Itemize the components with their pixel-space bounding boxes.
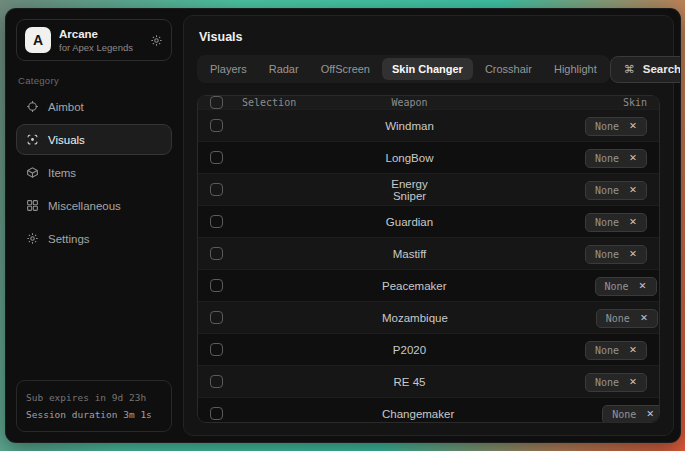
weapon-name: Mastiff [382,248,497,260]
sidebar-item-label: Miscellaneous [48,200,121,212]
weapon-name: P2020 [382,344,497,356]
brand-card: A Arcane for Apex Legends [16,19,172,61]
clear-skin-icon[interactable]: ✕ [646,409,654,419]
app-window: A Arcane for Apex Legends Category [5,8,681,443]
weapon-name: Energy Sniper [382,178,497,202]
search-button[interactable]: ⌘ Search [610,56,681,83]
grid-icon [26,199,39,212]
tab-players[interactable]: Players [200,58,257,80]
clear-skin-icon[interactable]: ✕ [629,377,637,387]
select-all-checkbox[interactable] [210,96,223,109]
row-checkbox[interactable] [210,279,223,292]
table-row: Guardian None ✕ [198,205,659,237]
skin-select[interactable]: None ✕ [602,405,660,424]
weapon-name: Changemaker [382,408,514,420]
skin-value: None [595,377,619,388]
row-checkbox[interactable] [210,311,223,324]
row-checkbox[interactable] [210,215,223,228]
table-row: Mozambique None ✕ [198,301,659,333]
app-title: Arcane [59,28,142,40]
skin-select[interactable]: None ✕ [585,245,647,264]
weapon-name: Mozambique [382,312,508,324]
row-checkbox[interactable] [210,247,223,260]
tab-crosshair[interactable]: Crosshair [475,58,542,80]
command-icon: ⌘ [624,63,635,76]
sidebar-item-aimbot[interactable]: Aimbot [16,91,172,122]
sidebar-item-visuals[interactable]: Visuals [16,124,172,155]
skin-value: None [606,313,630,324]
page-title: Visuals [197,26,660,46]
sidebar-item-miscellaneous[interactable]: Miscellaneous [16,190,172,221]
row-checkbox[interactable] [210,343,223,356]
weapon-name: RE 45 [382,376,497,388]
subscription-card: Sub expires in 9d 23h Session duration 3… [16,380,172,432]
table-row: Energy Sniper None ✕ [198,173,659,205]
skin-cell: None ✕ [508,308,658,328]
skin-value: None [595,153,619,164]
row-checkbox[interactable] [210,119,223,132]
clear-skin-icon[interactable]: ✕ [639,281,647,291]
app-subtitle: for Apex Legends [59,42,142,53]
tab-offscreen[interactable]: OffScreen [311,58,380,80]
skin-cell: None ✕ [507,276,657,296]
skin-cell: None ✕ [497,212,647,232]
row-checkbox[interactable] [210,375,223,388]
skin-select[interactable]: None ✕ [585,181,647,200]
skin-select[interactable]: None ✕ [596,309,658,328]
sidebar-item-label: Settings [48,233,90,245]
clear-skin-icon[interactable]: ✕ [629,185,637,195]
skin-cell: None ✕ [497,244,647,264]
skin-select[interactable]: None ✕ [595,277,657,296]
brand-text: Arcane for Apex Legends [59,28,142,53]
sidebar: A Arcane for Apex Legends Category [6,9,180,442]
weapon-name: LongBow [382,152,497,164]
sidebar-nav: Aimbot Visuals Items [16,91,172,254]
sidebar-item-items[interactable]: Items [16,157,172,188]
skin-cell: None ✕ [514,404,660,424]
skin-select[interactable]: None ✕ [585,341,647,360]
skin-cell: None ✕ [497,180,647,200]
sub-expiry-text: Sub expires in 9d 23h [26,389,162,406]
skin-cell: None ✕ [497,372,647,392]
table-row: RE 45 None ✕ [198,365,659,397]
skin-select[interactable]: None ✕ [585,149,647,168]
table-row: LongBow None ✕ [198,141,659,173]
controls-row: Players Radar OffScreen Skin Changer Cro… [197,55,660,83]
main-panel: Visuals Players Radar OffScreen Skin Cha… [183,15,674,436]
crosshair-icon [26,100,39,113]
skin-value: None [612,409,636,420]
tab-highlight[interactable]: Highlight [544,58,607,80]
brand-settings-icon[interactable] [150,34,163,47]
skin-cell: None ✕ [497,116,647,136]
clear-skin-icon[interactable]: ✕ [629,217,637,227]
table-row: Mastiff None ✕ [198,237,659,269]
weapon-name: Windman [382,120,497,132]
skin-select[interactable]: None ✕ [585,373,647,392]
sidebar-item-label: Items [48,167,76,179]
table-row: Peacemaker None ✕ [198,269,659,301]
sidebar-item-label: Aimbot [48,101,84,113]
clear-skin-icon[interactable]: ✕ [629,121,637,131]
row-checkbox[interactable] [210,151,223,164]
row-checkbox[interactable] [210,407,223,420]
row-checkbox[interactable] [210,183,223,196]
skin-value: None [595,249,619,260]
table-row: Changemaker None ✕ [198,397,659,423]
clear-skin-icon[interactable]: ✕ [640,313,648,323]
clear-skin-icon[interactable]: ✕ [629,153,637,163]
skin-select[interactable]: None ✕ [585,213,647,232]
tab-radar[interactable]: Radar [259,58,309,80]
skin-value: None [605,281,629,292]
table-header: Selection Weapon Skin [198,96,659,109]
table-row: P2020 None ✕ [198,333,659,365]
tab-skin-changer[interactable]: Skin Changer [382,58,473,80]
skin-select[interactable]: None ✕ [585,117,647,136]
search-button-label: Search [643,63,681,75]
clear-skin-icon[interactable]: ✕ [629,345,637,355]
box-icon [26,166,39,179]
sidebar-item-settings[interactable]: Settings [16,223,172,254]
scan-eye-icon [26,133,39,146]
clear-skin-icon[interactable]: ✕ [629,249,637,259]
session-duration-text: Session duration 3m 1s [26,406,162,423]
gear-icon [26,232,39,245]
